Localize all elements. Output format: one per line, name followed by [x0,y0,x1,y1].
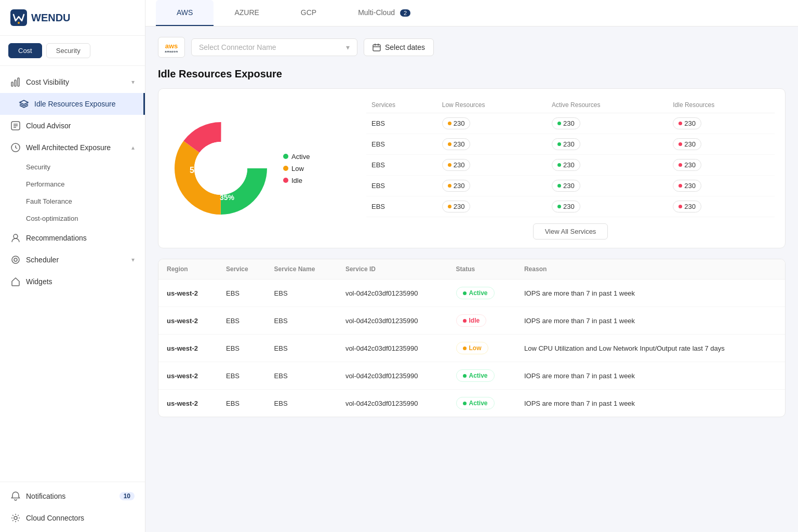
cloud-tab-azure[interactable]: AZURE [214,0,280,26]
cell-service: EBS [218,362,266,390]
bell-icon [10,491,21,501]
sidebar-sub-performance[interactable]: Performance [0,176,145,193]
cell-service-name: EBS [266,335,337,362]
sidebar-item-idle-resources[interactable]: Idle Resources Exposure [0,93,145,115]
legend-idle-label: Idle [291,177,302,184]
cell-service-name: EBS [266,362,337,390]
sidebar: WENDU Cost Security Cost Visibility ▾ Id… [0,0,145,532]
sidebar-sub-security[interactable]: Security [0,158,145,176]
sidebar-sub-performance-label: Performance [26,180,64,188]
sidebar-item-cost-visibility[interactable]: Cost Visibility ▾ [0,71,145,93]
svg-point-10 [14,516,17,520]
tab-cost[interactable]: Cost [8,43,42,58]
cell-service-id: vol-0d42c03df01235990 [337,307,448,335]
svg-rect-3 [15,80,16,86]
th-service: Service [218,259,266,280]
sidebar-sub-cost-optimization-label: Cost-optimization [26,215,78,222]
sidebar-item-cloud-advisor-label: Cloud Advisor [26,122,71,130]
status-dot [463,347,467,350]
footer-cloud-connectors[interactable]: Cloud Connectors [0,507,145,529]
sidebar-item-well-architected[interactable]: Well Architected Exposure ▴ [0,137,145,158]
main-content-area: aws amazon Select Connector Name ▾ Selec… [145,26,798,532]
cell-service-id: vol-0d42c03df01235990 [337,335,448,362]
cloud-tab-aws[interactable]: AWS [156,0,214,26]
sidebar-item-widgets[interactable]: Widgets [0,271,145,292]
aws-logo: aws amazon [165,42,178,53]
resource-row: us-west-2 EBS EBS vol-0d42c03df01235990 … [158,362,785,390]
sidebar-item-recommendations[interactable]: Recommendations [0,227,145,249]
cell-idle: 230 [668,113,775,134]
scheduler-icon [10,255,21,265]
status-badge: Low [456,342,488,354]
resource-row: us-west-2 EBS EBS vol-0d42c03df01235990 … [158,280,785,307]
cell-service-id: vol-0d42c03df01235990 [337,390,448,417]
connector-placeholder: Select Connector Name [199,43,276,51]
sidebar-item-scheduler-label: Scheduler [26,256,59,264]
cell-region: us-west-2 [158,307,218,335]
date-select-button[interactable]: Select dates [364,38,434,56]
cloud-tab-gcp[interactable]: GCP [280,0,337,26]
services-row: EBS 230 230 230 [366,176,775,196]
sidebar-item-cloud-advisor[interactable]: Cloud Advisor [0,115,145,137]
services-panel: Services Low Resources Active Resources … [356,89,785,248]
view-all-services-button[interactable]: View All Services [533,223,608,240]
sidebar-sub-cost-optimization[interactable]: Cost-optimization [0,210,145,227]
sidebar-sub-fault-tolerance[interactable]: Fault Tolerance [0,193,145,210]
cloud-tab-gcp-label: GCP [301,8,316,17]
cell-active: 230 [547,113,668,134]
cell-active: 230 [547,196,668,217]
cell-low: 230 [437,113,547,134]
cell-region: us-west-2 [158,280,218,307]
cell-reason: IOPS are more than 7 in past 1 week [516,280,785,307]
filters-row: aws amazon Select Connector Name ▾ Selec… [158,37,786,58]
legend-low: Low [283,165,310,172]
cell-status: Active [448,362,516,390]
calendar-icon [373,43,381,51]
logo-area: WENDU [0,0,145,36]
person-icon [10,233,21,243]
view-all-services: View All Services [366,223,775,240]
resource-row: us-west-2 EBS EBS vol-0d42c03df01235990 … [158,335,785,362]
cell-service: EBS [218,335,266,362]
cell-reason: IOPS are more than 7 in past 1 week [516,307,785,335]
svg-point-7 [14,234,18,238]
donut-chart: 15% 50% 35% [169,116,273,220]
status-dot [463,319,467,323]
cell-service-name: EBS [266,307,337,335]
active-pct-label: 50% [190,166,206,175]
sidebar-item-scheduler[interactable]: Scheduler ▾ [0,249,145,271]
date-btn-label: Select dates [385,43,425,51]
cell-service: EBS [366,134,437,155]
th-status: Status [448,259,516,280]
footer-notifications[interactable]: Notifications 10 [0,485,145,507]
layers-icon [19,99,29,109]
sidebar-sub-fault-tolerance-label: Fault Tolerance [26,197,72,205]
cell-service: EBS [366,196,437,217]
cell-region: us-west-2 [158,390,218,417]
status-badge: Active [456,287,495,299]
cell-low: 230 [437,155,547,176]
legend-low-label: Low [291,165,304,172]
cell-reason: Low CPU Utilization and Low Network Inpu… [516,335,785,362]
multicloud-badge: 2 [400,9,410,17]
cell-status: Active [448,390,516,417]
resource-row: us-west-2 EBS EBS vol-0d42c03df01235990 … [158,390,785,417]
cell-service: EBS [366,113,437,134]
col-active-resources: Active Resources [547,97,668,113]
low-pct-label: 35% [220,193,234,202]
cell-reason: IOPS are more than 7 in past 1 week [516,390,785,417]
cloud-tab-aws-label: AWS [177,8,193,17]
sidebar-item-idle-label: Idle Resources Exposure [34,100,115,108]
cell-region: us-west-2 [158,362,218,390]
cell-low: 230 [437,134,547,155]
scheduler-chevron: ▾ [131,256,135,263]
status-dot [463,402,467,405]
cell-service-name: EBS [266,390,337,417]
svg-rect-2 [11,82,13,86]
status-badge: Active [456,369,495,382]
tab-security[interactable]: Security [46,43,90,58]
cloud-tab-bar: AWS AZURE GCP Multi-Cloud 2 [145,0,798,26]
cloud-tab-multicloud[interactable]: Multi-Cloud 2 [337,0,431,26]
connector-select[interactable]: Select Connector Name ▾ [191,38,357,56]
main-area: AWS AZURE GCP Multi-Cloud 2 aws amazon S… [145,0,798,532]
